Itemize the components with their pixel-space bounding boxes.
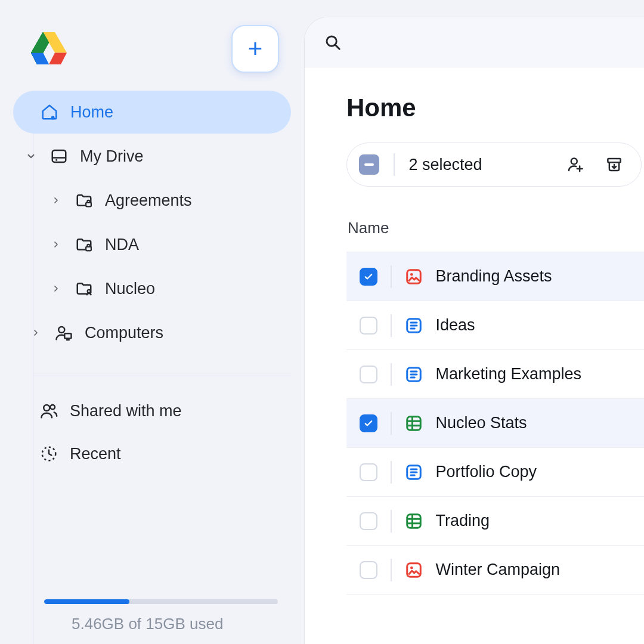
file-row[interactable]: Trading	[346, 497, 644, 546]
folder-label: NDA	[105, 236, 139, 254]
nav-shared[interactable]: Shared with me	[13, 389, 291, 432]
sidebar-header: +	[0, 0, 304, 91]
sidebar: + Home My Drive Agreements NDA Nucleo	[0, 0, 304, 644]
folder-lock-icon	[75, 191, 93, 209]
doc-file-icon	[405, 463, 423, 481]
nav-home-label: Home	[70, 103, 113, 122]
storage-label: 5.46GB of 15GB used	[44, 615, 278, 633]
search-icon	[324, 33, 342, 51]
recent-icon	[40, 445, 58, 463]
nav-my-drive-label: My Drive	[80, 147, 144, 166]
nav-recent-label: Recent	[70, 445, 121, 463]
storage-bar-fill	[44, 599, 129, 604]
storage-indicator: 5.46GB of 15GB used	[44, 599, 278, 633]
search-bar[interactable]	[305, 17, 644, 67]
folder-lock-icon	[75, 236, 93, 253]
selection-toolbar: 2 selected	[346, 143, 642, 187]
file-name: Ideas	[436, 316, 475, 335]
image-file-icon	[405, 268, 423, 286]
file-checkbox[interactable]	[360, 512, 377, 530]
file-name: Trading	[436, 512, 490, 530]
nav-home[interactable]: Home	[13, 91, 291, 134]
archive-download-icon[interactable]	[605, 156, 623, 174]
sheet-file-icon	[405, 414, 423, 432]
column-header-name[interactable]: Name	[346, 219, 644, 252]
file-name: Branding Assets	[436, 267, 552, 286]
chevron-down-icon[interactable]	[24, 149, 38, 163]
group-icon	[40, 402, 58, 420]
home-icon	[41, 103, 58, 121]
file-row[interactable]: Winter Campaign	[346, 546, 644, 595]
file-row[interactable]: Ideas	[346, 301, 644, 350]
folder-user-icon	[75, 280, 93, 298]
storage-bar-track	[44, 599, 278, 604]
file-row[interactable]: Marketing Examples	[346, 350, 644, 399]
image-file-icon	[405, 561, 423, 579]
folder-label: Agreements	[105, 191, 192, 210]
file-checkbox[interactable]	[360, 366, 377, 383]
nav-shared-label: Shared with me	[70, 402, 182, 420]
doc-file-icon	[405, 366, 423, 383]
nav-computers[interactable]: Computers	[13, 311, 291, 354]
file-checkbox[interactable]	[360, 414, 377, 432]
folder-agreements[interactable]: Agreements	[13, 179, 291, 222]
nav-recent[interactable]: Recent	[13, 432, 291, 475]
page-title: Home	[346, 94, 644, 122]
file-row[interactable]: Nucleo Stats	[346, 399, 644, 448]
file-checkbox[interactable]	[360, 561, 377, 579]
nav-my-drive[interactable]: My Drive	[13, 135, 291, 178]
sheet-file-icon	[405, 512, 423, 530]
sidebar-nav: Home My Drive Agreements NDA Nucleo Comp…	[0, 91, 304, 475]
selection-count: 2 selected	[409, 156, 552, 174]
doc-file-icon	[405, 317, 423, 335]
file-checkbox[interactable]	[360, 463, 377, 481]
chevron-right-icon[interactable]	[49, 281, 63, 296]
file-name: Marketing Examples	[436, 365, 582, 383]
file-name: Nucleo Stats	[436, 414, 527, 432]
new-button[interactable]: +	[231, 25, 279, 73]
main-content: Home 2 selected Name Branding AssetsIdea…	[304, 17, 644, 644]
drive-logo-icon	[31, 32, 67, 66]
chevron-right-icon[interactable]	[29, 326, 43, 340]
folder-label: Nucleo	[105, 280, 155, 298]
file-name: Winter Campaign	[436, 561, 561, 579]
folder-nucleo[interactable]: Nucleo	[13, 267, 291, 310]
selection-checkbox-indeterminate[interactable]	[359, 154, 379, 175]
computers-icon	[55, 324, 73, 342]
plus-icon: +	[248, 36, 263, 61]
file-list: Branding AssetsIdeasMarketing ExamplesNu…	[346, 252, 644, 595]
chevron-right-icon[interactable]	[49, 237, 63, 252]
drive-icon	[50, 147, 68, 165]
file-row[interactable]: Branding Assets	[346, 252, 644, 301]
dash-icon	[364, 163, 374, 166]
file-checkbox[interactable]	[360, 317, 377, 335]
file-name: Portfolio Copy	[436, 463, 537, 481]
file-checkbox[interactable]	[360, 268, 377, 286]
sidebar-divider	[33, 376, 291, 376]
nav-computers-label: Computers	[85, 324, 163, 342]
share-person-add-icon[interactable]	[566, 156, 584, 174]
file-row[interactable]: Portfolio Copy	[346, 448, 644, 497]
folder-nda[interactable]: NDA	[13, 223, 291, 266]
chevron-right-icon[interactable]	[49, 193, 63, 208]
